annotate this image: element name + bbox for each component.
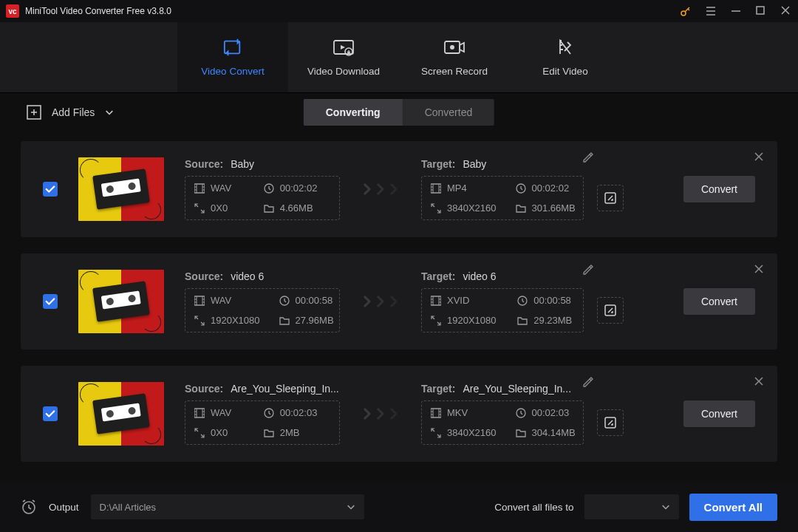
source-format: WAV <box>194 407 245 418</box>
target-format-select[interactable] <box>584 494 679 519</box>
target-settings-button[interactable] <box>597 297 624 324</box>
target-resolution: 1920X1080 <box>431 315 498 326</box>
minimize-icon[interactable] <box>730 5 742 17</box>
item-checkbox[interactable] <box>43 294 58 309</box>
convert-button[interactable]: Convert <box>683 400 755 427</box>
source-label: Source: <box>185 158 223 170</box>
convert-icon <box>222 38 244 57</box>
source-resolution: 1920X1080 <box>194 315 260 326</box>
target-label: Target: <box>421 158 455 170</box>
maximize-icon[interactable] <box>755 5 767 17</box>
convert-button[interactable]: Convert <box>683 288 755 315</box>
download-icon <box>332 38 355 57</box>
target-label: Target: <box>421 270 455 282</box>
chevron-down-icon <box>347 502 355 513</box>
close-icon[interactable] <box>780 5 792 17</box>
target-name: video 6 <box>463 270 496 282</box>
target-column: Target:Baby MP4 00:02:02 3840X2160 301.6… <box>421 158 624 220</box>
item-checkbox[interactable] <box>43 406 58 421</box>
target-format: MKV <box>431 407 497 418</box>
source-label: Source: <box>185 270 223 282</box>
source-name: video 6 <box>231 270 264 282</box>
edit-target-icon[interactable] <box>582 376 594 391</box>
remove-item-icon[interactable] <box>754 376 764 389</box>
target-size: 301.66MB <box>516 202 576 214</box>
output-path-value: D:\All Articles <box>100 502 157 513</box>
target-specs: MP4 00:02:02 3840X2160 301.66MB <box>421 176 584 220</box>
nav-edit-video[interactable]: Edit Video <box>510 22 621 92</box>
status-tabs: Converting Converted <box>304 99 494 126</box>
edit-video-icon <box>554 38 576 57</box>
app-logo: vc <box>6 4 19 18</box>
tab-converting[interactable]: Converting <box>304 99 403 126</box>
file-card: Source:video 6 WAV 00:00:58 1920X1080 27… <box>21 253 777 349</box>
thumbnail <box>78 157 164 221</box>
hamburger-icon[interactable] <box>705 5 717 17</box>
add-file-icon <box>27 105 41 120</box>
target-settings-button[interactable] <box>597 409 624 436</box>
schedule-icon[interactable] <box>21 499 37 515</box>
item-checkbox[interactable] <box>43 182 58 197</box>
source-specs: WAV 00:02:02 0X0 4.66MB <box>185 176 340 220</box>
arrow-icon <box>361 407 400 420</box>
target-duration: 00:00:58 <box>517 295 574 306</box>
output-label: Output <box>49 502 79 513</box>
source-size: 2MB <box>264 427 330 438</box>
convert-all-to-label: Convert all files to <box>494 502 573 513</box>
add-files-label: Add Files <box>52 106 95 118</box>
main-nav: Video Convert Video Download Screen Reco… <box>0 22 798 92</box>
chevron-down-icon <box>105 106 114 118</box>
source-size: 4.66MB <box>264 202 330 214</box>
source-resolution: 0X0 <box>194 427 245 438</box>
app-title: MiniTool Video Converter Free v3.8.0 <box>25 6 171 16</box>
footer-bar: Output D:\All Articles Convert all files… <box>0 482 798 532</box>
remove-item-icon[interactable] <box>754 264 764 277</box>
target-settings-button[interactable] <box>597 185 624 211</box>
title-bar: vc MiniTool Video Converter Free v3.8.0 <box>0 0 798 22</box>
source-format: WAV <box>194 183 245 194</box>
target-size: 29.23MB <box>517 315 574 326</box>
target-format: MP4 <box>431 183 497 194</box>
source-format: WAV <box>194 295 260 306</box>
target-specs: XVID 00:00:58 1920X1080 29.23MB <box>421 288 584 332</box>
target-name: Baby <box>463 158 486 170</box>
file-card: Source:Are_You_Sleeping_In... WAV 00:02:… <box>21 366 777 462</box>
source-name: Are_You_Sleeping_In... <box>231 383 339 395</box>
convert-all-button[interactable]: Convert All <box>689 494 777 521</box>
add-files-button[interactable]: Add Files <box>27 105 114 120</box>
target-resolution: 3840X2160 <box>431 427 497 438</box>
source-size: 27.96MB <box>279 315 334 326</box>
nav-label: Video Convert <box>201 66 264 77</box>
nav-label: Edit Video <box>542 66 587 77</box>
sub-toolbar: Add Files Converting Converted <box>0 92 798 131</box>
thumbnail <box>78 270 164 333</box>
target-column: Target:video 6 XVID 00:00:58 1920X1080 2… <box>421 270 624 332</box>
remove-item-icon[interactable] <box>754 151 764 165</box>
edit-target-icon[interactable] <box>582 151 594 166</box>
file-card: Source:Baby WAV 00:02:02 0X0 4.66MB Targ… <box>21 141 777 237</box>
output-path-select[interactable]: D:\All Articles <box>91 494 364 519</box>
target-size: 304.14MB <box>516 427 576 438</box>
record-icon <box>443 38 466 57</box>
target-specs: MKV 00:02:03 3840X2160 304.14MB <box>421 400 584 445</box>
nav-screen-record[interactable]: Screen Record <box>399 22 510 92</box>
tab-converted[interactable]: Converted <box>403 99 495 126</box>
chevron-down-icon <box>661 502 670 513</box>
source-specs: WAV 00:00:58 1920X1080 27.96MB <box>185 288 340 332</box>
target-column: Target:Are_You_Sleeping_In... MKV 00:02:… <box>421 383 624 445</box>
arrow-icon <box>361 183 400 196</box>
source-resolution: 0X0 <box>194 202 245 214</box>
key-icon[interactable] <box>680 5 692 17</box>
nav-label: Video Download <box>307 66 380 77</box>
target-label: Target: <box>421 383 455 395</box>
edit-target-icon[interactable] <box>582 264 594 279</box>
source-column: Source:Baby WAV 00:02:02 0X0 4.66MB <box>185 158 340 220</box>
source-duration: 00:02:03 <box>264 407 330 418</box>
nav-video-convert[interactable]: Video Convert <box>177 22 288 92</box>
source-specs: WAV 00:02:03 0X0 2MB <box>185 400 340 445</box>
nav-video-download[interactable]: Video Download <box>288 22 399 92</box>
source-column: Source:video 6 WAV 00:00:58 1920X1080 27… <box>185 270 340 332</box>
convert-button[interactable]: Convert <box>683 176 755 202</box>
source-label: Source: <box>185 383 223 395</box>
arrow-icon <box>361 295 400 308</box>
